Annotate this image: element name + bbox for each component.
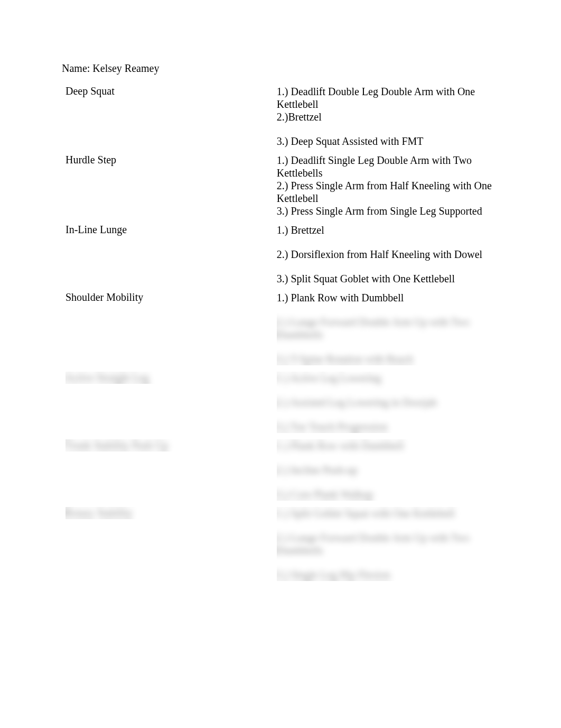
blurred-region: Rotary Stability — [66, 507, 271, 519]
exercise-item: 2.) Assisted Leg Lowering in Doorjab — [277, 396, 499, 409]
blurred-region: 1.) Split Goblet Squat with One Kettlebe… — [277, 507, 499, 581]
spacer — [277, 520, 499, 531]
spacer — [277, 557, 499, 568]
exercise-item: 3.) Split Squat Goblet with One Kettlebe… — [277, 272, 499, 285]
spacer — [277, 341, 499, 353]
exercise-item: 2.)Brettzel — [277, 110, 499, 123]
blurred-region: 1.) Plank Row with Dumbbell 2.) Incline … — [277, 439, 499, 501]
row-label: Shoulder Mobility — [63, 290, 273, 368]
row-label-text: Trunk Stability Push Up — [66, 439, 168, 451]
row-label: Rotary Stability — [63, 505, 273, 584]
row-content: 1.) Split Goblet Squat with One Kettlebe… — [275, 505, 501, 584]
table-row: Trunk Stability Push Up 1.) Plank Row wi… — [63, 438, 501, 504]
spacer — [277, 236, 499, 248]
spacer — [277, 304, 499, 316]
table-row: Active Straight Leg 1.) Active Leg Lower… — [63, 370, 501, 436]
exercise-item: 3.) Deep Squat Assisted with FMT — [277, 135, 499, 148]
row-label: In-Line Lunge — [63, 222, 273, 288]
exercise-item: 2.) Lunge Forward Double Arm Up with Two… — [277, 316, 499, 341]
table-row: Deep Squat 1.) Deadlift Double Leg Doubl… — [63, 84, 501, 151]
blurred-region: 2.) Lunge Forward Double Arm Up with Two… — [277, 304, 499, 365]
blurred-region: Trunk Stability Push Up — [66, 439, 271, 451]
spacer — [277, 476, 499, 488]
exercise-table: Deep Squat 1.) Deadlift Double Leg Doubl… — [62, 82, 503, 586]
spacer — [277, 123, 499, 135]
row-content: 1.) Deadlift Single Leg Double Arm with … — [275, 152, 501, 220]
row-content: 1.) Active Leg Lowering 2.) Assisted Leg… — [275, 370, 501, 436]
blurred-region: 1.) Active Leg Lowering 2.) Assisted Leg… — [277, 372, 499, 433]
exercise-item: 1.) Split Goblet Squat with One Kettlebe… — [277, 507, 499, 520]
spacer — [277, 384, 499, 396]
exercise-item: 2.) Lunge Forward Double Arm Up with Two… — [277, 531, 499, 557]
exercise-item: 3.) Toe Touch Progression — [277, 420, 499, 433]
row-content: 1.) Deadlift Double Leg Double Arm with … — [275, 84, 501, 151]
exercise-item: 3.) Single Leg Hip Flexion — [277, 568, 499, 581]
exercise-item: 2.) Incline Push-up — [277, 464, 499, 476]
exercise-item: 1.) Deadlift Single Leg Double Arm with … — [277, 154, 499, 179]
document-page: Name: Kelsey Reamey Deep Squat 1.) Deadl… — [0, 0, 561, 728]
exercise-item: 1.) Brettzel — [277, 224, 499, 236]
row-label: Deep Squat — [63, 84, 273, 151]
exercise-item: 3.) Core Plank Walkup — [277, 488, 499, 501]
name-line: Name: Kelsey Reamey — [62, 62, 503, 75]
row-label-text: Active Straight Leg — [66, 372, 149, 383]
blurred-region: Active Straight Leg — [66, 372, 271, 384]
row-label: Hurdle Step — [63, 152, 273, 220]
table-row: Hurdle Step 1.) Deadlift Single Leg Doub… — [63, 152, 501, 220]
exercise-item: 1.) Plank Row with Dumbbell — [277, 439, 499, 452]
spacer — [277, 452, 499, 464]
spacer — [277, 261, 499, 272]
row-label: Trunk Stability Push Up — [63, 438, 273, 504]
table-row: Rotary Stability 1.) Split Goblet Squat … — [63, 505, 501, 584]
exercise-item: 2.) Dorsiflexion from Half Kneeling with… — [277, 248, 499, 261]
row-content: 1.) Plank Row with Dumbbell 2.) Incline … — [275, 438, 501, 504]
table-row: In-Line Lunge 1.) Brettzel 2.) Dorsiflex… — [63, 222, 501, 288]
exercise-item: 1.) Deadlift Double Leg Double Arm with … — [277, 85, 499, 110]
exercise-item: 1.) Active Leg Lowering — [277, 372, 499, 384]
table-row: Shoulder Mobility 1.) Plank Row with Dum… — [63, 290, 501, 368]
exercise-item: 3.) Press Single Arm from Single Leg Sup… — [277, 205, 499, 217]
row-content: 1.) Brettzel 2.) Dorsiflexion from Half … — [275, 222, 501, 288]
exercise-item: 3.) T-Spine Rotation with Reach — [277, 353, 499, 365]
row-label: Active Straight Leg — [63, 370, 273, 436]
exercise-item: 1.) Plank Row with Dumbbell — [277, 291, 499, 304]
exercise-item: 2.) Press Single Arm from Half Kneeling … — [277, 179, 499, 205]
row-label-text: Rotary Stability — [66, 507, 133, 519]
spacer — [277, 409, 499, 420]
row-content: 1.) Plank Row with Dumbbell 2.) Lunge Fo… — [275, 290, 501, 368]
